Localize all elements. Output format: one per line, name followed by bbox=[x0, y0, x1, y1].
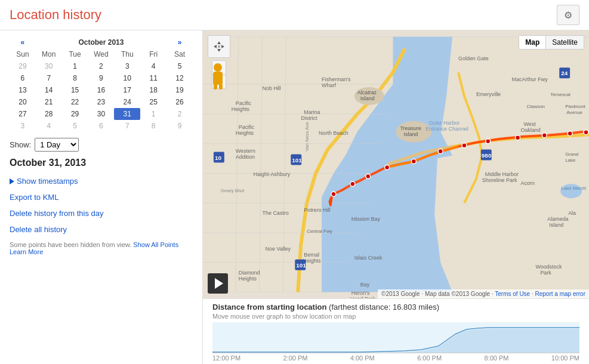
learn-more-link[interactable]: Learn More bbox=[10, 248, 43, 255]
settings-button[interactable]: ⚙ bbox=[557, 5, 579, 25]
graph-title: Distance from starting location (farthes… bbox=[212, 303, 579, 311]
calendar-day[interactable]: 12 bbox=[166, 72, 193, 84]
graph-background bbox=[212, 322, 579, 353]
calendar-body: 2930123456789101112131415161718192021222… bbox=[10, 60, 193, 132]
svg-marker-97 bbox=[221, 45, 224, 48]
svg-text:Wharf: Wharf bbox=[322, 82, 336, 88]
svg-text:Geary Blvd: Geary Blvd bbox=[221, 188, 244, 193]
calendar-day[interactable]: 9 bbox=[88, 72, 115, 84]
svg-text:Island: Island bbox=[360, 95, 375, 101]
calendar-day[interactable]: 31 bbox=[114, 108, 140, 120]
timestamps-label: Show timestamps bbox=[17, 177, 78, 186]
calendar-month-year: October 2013 bbox=[36, 36, 166, 48]
svg-text:Avenue: Avenue bbox=[566, 110, 582, 115]
calendar-day[interactable]: 5 bbox=[62, 120, 88, 132]
calendar-day[interactable]: 3 bbox=[10, 120, 36, 132]
calendar-day[interactable]: 1 bbox=[140, 108, 166, 120]
calendar-day[interactable]: 10 bbox=[114, 72, 140, 84]
svg-text:Heights: Heights bbox=[236, 130, 254, 136]
calendar-day[interactable]: 23 bbox=[88, 96, 115, 108]
delete-all-link[interactable]: Delete all history bbox=[10, 225, 193, 234]
calendar-day[interactable]: 13 bbox=[10, 84, 36, 96]
calendar-day[interactable]: 2 bbox=[166, 108, 193, 120]
svg-text:Island: Island bbox=[403, 131, 418, 137]
calendar-day[interactable]: 16 bbox=[88, 84, 115, 96]
map-type-satellite-button[interactable]: Satellite bbox=[546, 36, 584, 49]
svg-text:Western: Western bbox=[236, 148, 255, 154]
pegman-icon[interactable] bbox=[211, 63, 224, 87]
map-pan-control[interactable] bbox=[208, 35, 230, 58]
svg-text:Head Park: Head Park bbox=[350, 296, 376, 298]
svg-text:Diamond: Diamond bbox=[239, 270, 260, 276]
calendar-day[interactable]: 29 bbox=[10, 60, 36, 72]
svg-text:Woodstock: Woodstock bbox=[535, 264, 562, 270]
app-header: Location history ⚙ bbox=[0, 0, 589, 30]
delete-day-link[interactable]: Delete history from this day bbox=[10, 209, 193, 218]
calendar-day[interactable]: 9 bbox=[166, 120, 193, 132]
svg-text:Bay: Bay bbox=[360, 282, 370, 288]
calendar-day[interactable]: 1 bbox=[62, 60, 88, 72]
play-icon bbox=[215, 278, 223, 289]
map-area: Pacific Heights Western Addition Pacific… bbox=[203, 30, 589, 364]
svg-text:Van Ness Ave: Van Ness Ave bbox=[304, 122, 310, 152]
calendar-day[interactable]: 25 bbox=[140, 96, 166, 108]
calendar-day[interactable]: 30 bbox=[36, 60, 62, 72]
calendar-week-row: 13141516171819 bbox=[10, 84, 193, 96]
calendar-day[interactable]: 3 bbox=[114, 60, 140, 72]
export-kml-link[interactable]: Export to KML bbox=[10, 193, 193, 202]
svg-point-26 bbox=[584, 130, 588, 135]
graph-time-labels: 12:00 PM 2:00 PM 4:00 PM 6:00 PM 8:00 PM… bbox=[212, 354, 579, 362]
calendar-day[interactable]: 7 bbox=[114, 120, 140, 132]
calendar-day[interactable]: 4 bbox=[140, 60, 166, 72]
calendar-day[interactable]: 20 bbox=[10, 96, 36, 108]
svg-point-21 bbox=[462, 143, 467, 148]
svg-text:Alcatraz: Alcatraz bbox=[357, 90, 377, 95]
svg-text:Haight-Ashbury: Haight-Ashbury bbox=[254, 171, 291, 177]
calendar-next[interactable]: » bbox=[166, 36, 193, 48]
calendar-day[interactable]: 24 bbox=[114, 96, 140, 108]
calendar-day[interactable]: 17 bbox=[114, 84, 140, 96]
svg-text:Island: Island bbox=[549, 222, 563, 228]
svg-text:Oakland: Oakland bbox=[521, 127, 541, 133]
calendar-day[interactable]: 30 bbox=[88, 108, 115, 120]
svg-text:North Beach: North Beach bbox=[319, 130, 349, 136]
calendar-day[interactable]: 6 bbox=[10, 72, 36, 84]
svg-point-17 bbox=[366, 174, 371, 178]
calendar-day[interactable]: 28 bbox=[36, 108, 62, 120]
calendar-prev[interactable]: « bbox=[10, 36, 36, 48]
show-all-points-link[interactable]: Show All Points bbox=[133, 241, 178, 248]
calendar-day[interactable]: 7 bbox=[36, 72, 62, 84]
terms-of-use-link[interactable]: Terms of Use bbox=[495, 291, 530, 297]
calendar-day[interactable]: 2 bbox=[88, 60, 115, 72]
calendar-day[interactable]: 14 bbox=[36, 84, 62, 96]
report-map-error-link[interactable]: Report a map error bbox=[535, 291, 585, 297]
show-select[interactable]: 1 Day3 Days1 Week bbox=[35, 138, 79, 152]
svg-text:Clawson: Clawson bbox=[526, 104, 545, 109]
svg-text:West: West bbox=[524, 121, 536, 127]
calendar-day[interactable]: 27 bbox=[10, 108, 36, 120]
calendar-day[interactable]: 21 bbox=[36, 96, 62, 108]
calendar-day[interactable]: 29 bbox=[62, 108, 88, 120]
time-label-5: 10:00 PM bbox=[551, 354, 579, 362]
svg-text:Entrance Channel: Entrance Channel bbox=[425, 126, 468, 132]
play-button[interactable] bbox=[208, 273, 228, 294]
calendar-weekdays: SunMonTueWedThuFriSat bbox=[10, 48, 193, 60]
map-type-map-button[interactable]: Map bbox=[519, 36, 546, 49]
calendar-day[interactable]: 11 bbox=[140, 72, 166, 84]
svg-text:Golden Gate: Golden Gate bbox=[458, 55, 489, 61]
calendar-day[interactable]: 8 bbox=[62, 72, 88, 84]
calendar-day[interactable]: 6 bbox=[88, 120, 115, 132]
calendar-day[interactable]: 22 bbox=[62, 96, 88, 108]
calendar-day[interactable]: 4 bbox=[36, 120, 62, 132]
calendar-day[interactable]: 5 bbox=[166, 60, 193, 72]
calendar-day[interactable]: 8 bbox=[140, 120, 166, 132]
calendar-weekday: Thu bbox=[114, 48, 140, 60]
page-title: Location history bbox=[10, 7, 101, 23]
calendar-day[interactable]: 15 bbox=[62, 84, 88, 96]
calendar-day[interactable]: 18 bbox=[140, 84, 166, 96]
calendar-day[interactable]: 19 bbox=[166, 84, 193, 96]
calendar-day[interactable]: 26 bbox=[166, 96, 193, 108]
show-timestamps-link[interactable]: Show timestamps bbox=[10, 177, 193, 186]
svg-point-20 bbox=[438, 149, 443, 154]
map-container: Pacific Heights Western Addition Pacific… bbox=[203, 30, 589, 298]
